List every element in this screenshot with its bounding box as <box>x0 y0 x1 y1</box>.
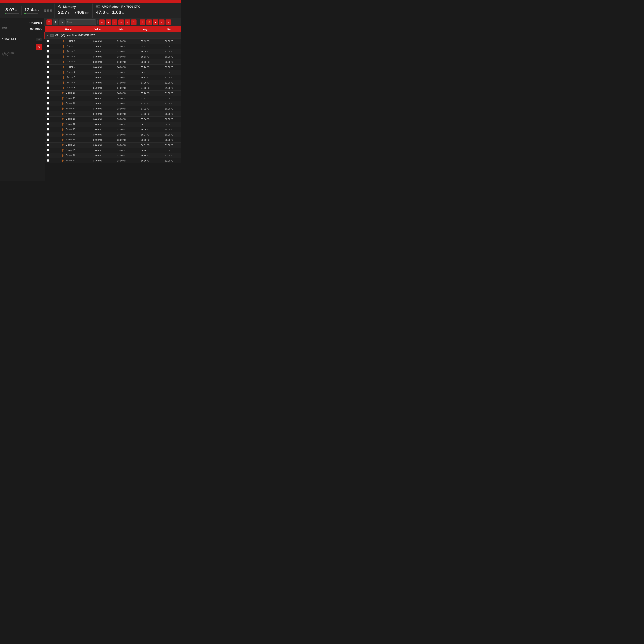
table-row: E-core 14 34.00 °C 33.00 °C 57.33 °C 60.… <box>45 111 181 117</box>
row-max: 61.00 °C <box>157 80 181 85</box>
action-btn-11[interactable]: ⚙ <box>166 19 171 25</box>
svg-point-37 <box>63 78 64 79</box>
row-checkbox-cell[interactable] <box>45 111 51 117</box>
row-name: P-core 7 <box>51 75 86 80</box>
row-checkbox[interactable] <box>47 159 49 162</box>
action-btn-2[interactable]: ▣ <box>106 19 111 25</box>
group-header-cell: ▼ ⬛ CPU [#0]: Intel Core i9-13900K: DTS <box>45 32 181 39</box>
row-checkbox[interactable] <box>47 76 49 78</box>
row-checkbox-cell[interactable] <box>45 85 51 91</box>
table-row: E-core 18 39.00 °C 33.00 °C 55.97 °C 60.… <box>45 132 181 137</box>
action-btn-9[interactable]: ● <box>153 19 158 25</box>
view-list-button[interactable]: ☰ <box>46 19 52 25</box>
row-checkbox-cell[interactable] <box>45 44 51 49</box>
row-value: 35.00 °C <box>86 143 109 148</box>
row-checkbox-cell[interactable] <box>45 137 51 143</box>
action-btn-3[interactable]: ⊟ <box>112 19 117 25</box>
action-btn-10[interactable]: ≡ <box>159 19 165 25</box>
row-checkbox-cell[interactable] <box>45 132 51 137</box>
row-checkbox-cell[interactable] <box>45 80 51 85</box>
row-avg: 55.53 °C <box>133 54 157 59</box>
row-checkbox-cell[interactable] <box>45 148 51 153</box>
row-checkbox-cell[interactable] <box>45 127 51 132</box>
svg-rect-92 <box>62 149 63 151</box>
row-checkbox[interactable] <box>47 97 49 99</box>
toolbar-separator1 <box>97 20 98 24</box>
row-checkbox-cell[interactable] <box>45 75 51 80</box>
row-checkbox[interactable] <box>47 133 49 136</box>
row-checkbox[interactable] <box>47 123 49 125</box>
row-checkbox[interactable] <box>47 128 49 130</box>
table-container[interactable]: Name Value Min Avg Max ▼ ⬛ CPU [#0]: Int… <box>44 26 181 181</box>
row-checkbox[interactable] <box>47 61 49 63</box>
svg-rect-60 <box>62 108 63 109</box>
sidebar-memory-value: 19840 MB <box>2 38 16 41</box>
svg-rect-24 <box>63 61 64 62</box>
row-checkbox-cell[interactable] <box>45 122 51 127</box>
row-checkbox-cell[interactable] <box>45 49 51 54</box>
row-checkbox-cell[interactable] <box>45 59 51 65</box>
row-checkbox[interactable] <box>47 107 49 110</box>
row-avg: 56.87 °C <box>133 75 157 80</box>
action-btn-7[interactable]: ↯ <box>140 19 145 25</box>
cpu-freq-bar <box>24 13 38 14</box>
row-checkbox-cell[interactable] <box>45 117 51 122</box>
row-checkbox[interactable] <box>47 45 49 47</box>
action-btn-8[interactable]: ⚡ <box>146 19 152 25</box>
row-checkbox[interactable] <box>47 71 49 73</box>
row-checkbox[interactable] <box>47 139 49 141</box>
row-checkbox-cell[interactable] <box>45 106 51 111</box>
row-checkbox[interactable] <box>47 55 49 58</box>
row-value: 35.00 °C <box>86 85 109 91</box>
svg-point-77 <box>62 130 63 131</box>
row-checkbox[interactable] <box>47 154 49 156</box>
action-btn-1[interactable]: ■ <box>99 19 105 25</box>
row-checkbox[interactable] <box>47 113 49 115</box>
copy-button[interactable]: ⧉ <box>36 44 42 50</box>
row-checkbox-cell[interactable] <box>45 96 51 101</box>
row-checkbox-cell[interactable] <box>45 39 51 44</box>
action-btn-4[interactable]: ⊞ <box>118 19 124 25</box>
svg-point-45 <box>63 88 64 89</box>
row-avg: 57.32 °C <box>133 106 157 111</box>
svg-point-21 <box>63 57 64 58</box>
row-checkbox[interactable] <box>47 102 49 104</box>
row-checkbox-cell[interactable] <box>45 101 51 106</box>
svg-point-65 <box>62 114 63 115</box>
row-checkbox[interactable] <box>47 66 49 68</box>
table-row: P-core 6 33.00 °C 32.00 °C 56.47 °C 61.0… <box>45 70 181 75</box>
th-name: Name <box>51 26 86 32</box>
row-checkbox-cell[interactable] <box>45 91 51 96</box>
row-checkbox-cell[interactable] <box>45 153 51 158</box>
group-header-row: ▼ ⬛ CPU [#0]: Intel Core i9-13900K: DTS <box>45 32 181 39</box>
row-checkbox[interactable] <box>47 149 49 151</box>
row-checkbox-cell[interactable] <box>45 70 51 75</box>
filter-input[interactable] <box>66 19 96 25</box>
row-checkbox-cell[interactable] <box>45 65 51 70</box>
row-checkbox[interactable] <box>47 144 49 146</box>
action-btn-5[interactable]: ✎ <box>125 19 130 25</box>
row-checkbox[interactable] <box>47 81 49 84</box>
row-value: 39.00 °C <box>86 127 109 132</box>
table-row: E-core 15 34.00 °C 33.00 °C 57.34 °C 60.… <box>45 117 181 122</box>
row-checkbox-cell[interactable] <box>45 143 51 148</box>
row-checkbox-cell[interactable] <box>45 158 51 163</box>
temp-sensor-icon <box>61 149 64 152</box>
row-checkbox[interactable] <box>47 40 49 42</box>
row-checkbox[interactable] <box>47 87 49 89</box>
row-name: P-core 4 <box>51 59 86 65</box>
row-min: 34.00 °C <box>110 65 133 70</box>
view-grid-button[interactable]: ⊞ <box>53 19 58 25</box>
row-max: 60.00 °C <box>157 106 181 111</box>
row-max: 61.00 °C <box>157 70 181 75</box>
row-checkbox[interactable] <box>47 92 49 94</box>
action-btn-6[interactable]: ? <box>131 19 137 25</box>
row-checkbox-cell[interactable] <box>45 54 51 59</box>
th-checkbox <box>45 26 51 32</box>
row-checkbox[interactable] <box>47 50 49 52</box>
row-value: 34.00 °C <box>86 54 109 59</box>
view-chart-button[interactable]: ∿ <box>59 19 65 25</box>
row-checkbox[interactable] <box>47 118 49 120</box>
row-avg: 57.34 °C <box>133 117 157 122</box>
sidebar-sse-badge: SSE <box>36 38 42 41</box>
